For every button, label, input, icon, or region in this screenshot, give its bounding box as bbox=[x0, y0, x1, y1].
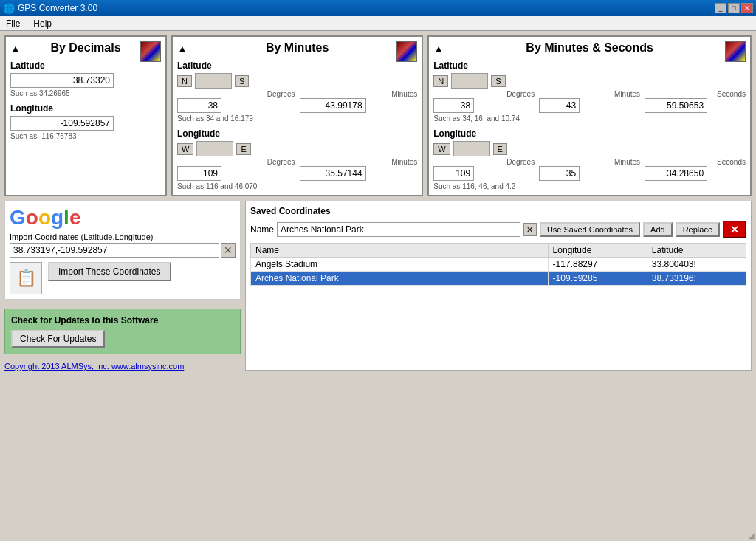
table-row[interactable]: Angels Stadium-117.8829733.800403! bbox=[251, 258, 746, 272]
saved-name-label: Name bbox=[250, 224, 274, 235]
minsec-lat-deg-label: Degrees bbox=[433, 90, 535, 98]
minutes-longitude-label: Longitude bbox=[177, 128, 417, 139]
minutes-latitude-hint: Such as 34 and 16.179 bbox=[177, 114, 417, 123]
title-bar: 🌐 GPS Converter 3.00 _ □ ✕ bbox=[0, 0, 756, 16]
update-title: Check for Updates to this Software bbox=[11, 315, 234, 325]
minutes-lat-s-btn[interactable]: S bbox=[235, 75, 249, 87]
minsec-latitude-hint: Such as 34, 16, and 10.74 bbox=[433, 114, 746, 123]
minsec-longitude-label: Longitude bbox=[433, 128, 746, 139]
minsec-lon-sec-input[interactable] bbox=[645, 166, 707, 181]
decimals-longitude-hint: Such as -116.76783 bbox=[10, 132, 161, 140]
decimals-longitude-label: Longitude bbox=[10, 103, 161, 114]
minutes-lat-n-btn[interactable]: N bbox=[177, 75, 192, 87]
table-row[interactable]: Arches National Park-109.5928538.733196: bbox=[251, 272, 746, 286]
table-cell-name: Angels Stadium bbox=[251, 258, 549, 272]
minsec-lon-w-btn[interactable]: W bbox=[433, 143, 450, 155]
resize-grip[interactable]: ◢ bbox=[749, 531, 755, 540]
paste-icon[interactable]: 📋 bbox=[10, 262, 42, 294]
minsec-lon-min-input[interactable] bbox=[539, 166, 580, 181]
minutes-panel-icon bbox=[396, 41, 417, 62]
import-clear-button[interactable]: ✕ bbox=[221, 243, 236, 258]
saved-name-clear-btn[interactable]: ✕ bbox=[523, 223, 537, 236]
minsec-longitude-hint: Such as 116, 46, and 4.2 bbox=[433, 182, 746, 190]
google-area: Google Import Coordinates (Latitude,Long… bbox=[4, 201, 241, 300]
import-input-row: ✕ bbox=[10, 243, 236, 258]
decimals-collapse-arrow[interactable]: ▲ bbox=[10, 43, 21, 55]
col-header-name: Name bbox=[251, 244, 549, 258]
minutes-collapse-arrow[interactable]: ▲ bbox=[177, 43, 188, 55]
minsec-lat-deg-input[interactable] bbox=[433, 98, 474, 113]
update-panel: Check for Updates to this Software Check… bbox=[4, 309, 241, 354]
bottom-area: Google Import Coordinates (Latitude,Long… bbox=[4, 201, 752, 371]
minsec-lat-sec-label: Seconds bbox=[645, 90, 746, 98]
saved-coords-panel: Saved Coordinates Name ✕ Use Saved Coord… bbox=[245, 201, 752, 371]
minsec-lat-s-btn[interactable]: S bbox=[491, 75, 505, 87]
minutes-lon-deg-input[interactable] bbox=[177, 166, 221, 181]
minsec-lat-min-input[interactable] bbox=[539, 98, 580, 113]
decimals-latitude-label: Latitude bbox=[10, 61, 161, 71]
minutes-latitude-label: Latitude bbox=[177, 61, 417, 71]
minutes-lat-min-input[interactable] bbox=[300, 98, 366, 113]
add-btn[interactable]: Add bbox=[643, 222, 673, 237]
app-icon: 🌐 bbox=[3, 3, 15, 14]
menu-file[interactable]: File bbox=[3, 18, 23, 30]
minutes-lat-min-label: Minutes bbox=[300, 90, 418, 98]
minimize-button[interactable]: _ bbox=[715, 3, 726, 13]
use-saved-btn[interactable]: Use Saved Coordinates bbox=[540, 222, 640, 237]
minsec-lon-min-label: Minutes bbox=[539, 158, 640, 166]
saved-name-input[interactable] bbox=[277, 222, 520, 237]
minutes-lat-deg-input[interactable] bbox=[177, 98, 221, 113]
delete-btn[interactable]: ✕ bbox=[723, 221, 746, 238]
minutes-lon-min-label: Minutes bbox=[300, 158, 418, 166]
replace-btn[interactable]: Replace bbox=[676, 222, 720, 237]
minutes-panel-title: By Minutes bbox=[177, 41, 417, 55]
import-coords-input[interactable] bbox=[10, 243, 219, 258]
title-bar-controls: _ □ ✕ bbox=[715, 3, 753, 13]
decimals-latitude-input[interactable] bbox=[10, 73, 114, 88]
col-header-longitude: Longitude bbox=[548, 244, 647, 258]
minsec-lon-sec-label: Seconds bbox=[645, 158, 746, 166]
copyright-link[interactable]: Copyright 2013 ALMSys, Inc. www.almsysin… bbox=[4, 362, 241, 371]
menu-help[interactable]: Help bbox=[30, 18, 55, 30]
panels-row: ▲ By Decimals Latitude Such as 34.26965 … bbox=[4, 35, 752, 196]
decimals-panel-title: By Decimals bbox=[10, 41, 161, 55]
table-cell-latitude: 33.800403! bbox=[647, 258, 746, 272]
table-cell-latitude: 38.733196: bbox=[647, 272, 746, 286]
minsec-panel-title: By Minutes & Seconds bbox=[433, 41, 746, 55]
decimals-longitude-input[interactable] bbox=[10, 116, 114, 131]
saved-coords-controls: Name ✕ Use Saved Coordinates Add Replace… bbox=[250, 221, 746, 238]
saved-coords-title: Saved Coordinates bbox=[250, 206, 746, 216]
minsec-lat-n-btn[interactable]: N bbox=[433, 75, 448, 87]
minsec-lat-sec-input[interactable] bbox=[645, 98, 707, 113]
by-decimals-panel: ▲ By Decimals Latitude Such as 34.26965 … bbox=[4, 35, 167, 196]
title-bar-left: 🌐 GPS Converter 3.00 bbox=[3, 3, 97, 14]
paste-icon-area: 📋 Import These Coordinates bbox=[10, 262, 236, 294]
import-label: Import Coordinates (Latitude,Longitude) bbox=[10, 232, 236, 241]
check-updates-button[interactable]: Check For Updates bbox=[11, 330, 105, 348]
decimals-latitude-hint: Such as 34.26965 bbox=[10, 89, 161, 97]
minsec-lon-w-input[interactable] bbox=[453, 141, 490, 156]
table-cell-longitude: -117.88297 bbox=[548, 258, 647, 272]
by-minutes-seconds-panel: ▲ By Minutes & Seconds Latitude N S Degr… bbox=[427, 35, 752, 196]
minsec-latitude-label: Latitude bbox=[433, 61, 746, 71]
saved-coords-table: Name Longitude Latitude Angels Stadium-1… bbox=[250, 243, 746, 286]
minutes-lon-w-input[interactable] bbox=[196, 141, 233, 156]
minutes-lon-deg-label: Degrees bbox=[177, 158, 295, 166]
main-content: ▲ By Decimals Latitude Such as 34.26965 … bbox=[0, 31, 756, 375]
minsec-lon-deg-input[interactable] bbox=[433, 166, 474, 181]
minsec-lon-deg-label: Degrees bbox=[433, 158, 535, 166]
minsec-lon-e-btn[interactable]: E bbox=[493, 143, 507, 155]
close-button[interactable]: ✕ bbox=[741, 3, 753, 13]
by-minutes-panel: ▲ By Minutes Latitude N S Degrees bbox=[171, 35, 423, 196]
minutes-lon-e-btn[interactable]: E bbox=[236, 143, 250, 155]
minutes-lon-min-input[interactable] bbox=[300, 166, 366, 181]
minsec-lat-n-input[interactable] bbox=[451, 73, 488, 89]
maximize-button[interactable]: □ bbox=[728, 3, 740, 13]
minutes-longitude-hint: Such as 116 and 46.070 bbox=[177, 182, 417, 190]
minsec-collapse-arrow[interactable]: ▲ bbox=[433, 43, 444, 55]
menu-bar: File Help bbox=[0, 16, 756, 31]
decimals-panel-icon bbox=[140, 41, 161, 62]
import-button[interactable]: Import These Coordinates bbox=[48, 262, 171, 281]
minutes-lon-w-btn[interactable]: W bbox=[177, 143, 193, 155]
minutes-lat-n-input[interactable] bbox=[195, 73, 232, 89]
